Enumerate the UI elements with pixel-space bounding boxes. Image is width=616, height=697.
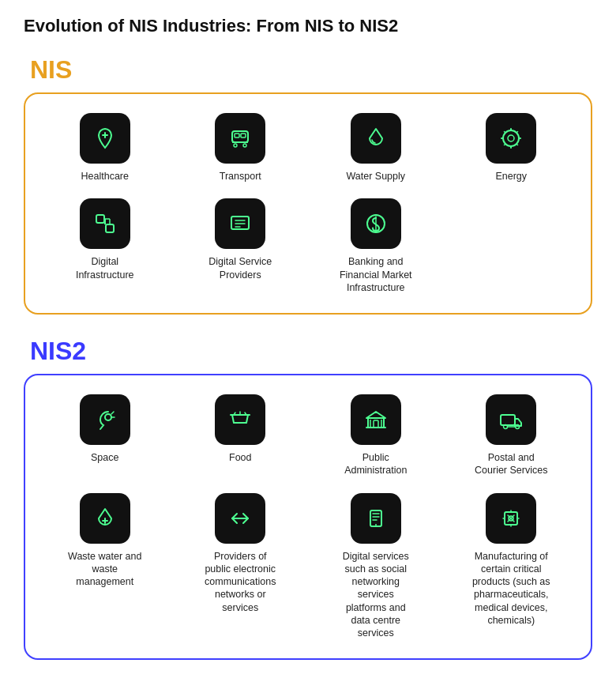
nis2-grid: Space Food bbox=[41, 394, 575, 639]
wastewater-label: Waste water and waste management bbox=[66, 550, 145, 589]
energy-icon bbox=[497, 124, 525, 153]
public-admin-icon bbox=[362, 405, 390, 434]
svg-rect-16 bbox=[96, 215, 104, 223]
svg-line-14 bbox=[516, 132, 518, 134]
energy-icon-box bbox=[486, 113, 536, 164]
svg-line-15 bbox=[505, 144, 506, 145]
svg-rect-2 bbox=[241, 134, 246, 138]
water-icon bbox=[362, 124, 390, 153]
public-electronic-icon-box bbox=[215, 493, 265, 544]
digital-service-providers-icon bbox=[226, 209, 254, 238]
svg-point-5 bbox=[243, 144, 246, 147]
healthcare-icon bbox=[91, 124, 119, 153]
digital-services-label: Digital services such as social networki… bbox=[336, 550, 415, 640]
nis2-item-public-admin: Public Administration bbox=[312, 394, 440, 477]
dsp-icon-box bbox=[215, 198, 265, 249]
svg-point-26 bbox=[105, 414, 111, 420]
nis-section: NIS Healthcare bbox=[24, 55, 592, 315]
digital-services-icon-box bbox=[351, 493, 401, 544]
nis-label: NIS bbox=[24, 55, 592, 85]
nis-item-energy: Energy bbox=[448, 113, 576, 183]
nis-item-water: Water Supply bbox=[312, 113, 440, 183]
nis2-item-food: Food bbox=[177, 394, 305, 477]
postal-icon bbox=[497, 405, 525, 434]
food-icon bbox=[226, 405, 254, 434]
wastewater-icon bbox=[91, 504, 119, 533]
digital-infra-label: Digital Infrastructure bbox=[66, 255, 145, 281]
svg-point-4 bbox=[234, 144, 237, 147]
manufacturing-label: Manufacturing of certain critical produc… bbox=[471, 550, 550, 627]
nis-item-dsp: Digital Service Providers bbox=[177, 198, 305, 294]
svg-point-45 bbox=[375, 524, 377, 526]
nis-box: Healthcare Transport bbox=[24, 92, 592, 315]
banking-icon-box bbox=[351, 198, 401, 249]
transport-icon bbox=[226, 124, 254, 153]
nis2-section: NIS2 Space bbox=[24, 337, 592, 660]
public-electronic-label: Providers of public electronic communica… bbox=[201, 550, 280, 614]
water-icon-box bbox=[351, 113, 401, 164]
digital-infra-icon-box bbox=[80, 198, 130, 249]
transport-icon-box bbox=[215, 113, 265, 164]
nis2-item-public-electronic: Providers of public electronic communica… bbox=[177, 493, 305, 640]
svg-line-13 bbox=[516, 144, 518, 145]
healthcare-icon-box bbox=[80, 113, 130, 164]
nis2-item-postal: Postal and Courier Services bbox=[448, 394, 576, 477]
public-admin-icon-box bbox=[351, 394, 401, 445]
svg-line-12 bbox=[505, 132, 506, 134]
transport-label: Transport bbox=[220, 170, 261, 183]
nis2-box: Space Food bbox=[24, 374, 592, 660]
dsp-label: Digital Service Providers bbox=[201, 255, 280, 281]
svg-point-37 bbox=[504, 425, 508, 429]
svg-rect-33 bbox=[374, 420, 378, 428]
banking-icon bbox=[362, 209, 390, 238]
svg-point-7 bbox=[508, 135, 514, 141]
digital-services-icon bbox=[362, 504, 390, 533]
public-admin-label: Public Administration bbox=[336, 451, 415, 477]
page-title: Evolution of NIS Industries: From NIS to… bbox=[24, 16, 592, 36]
svg-rect-17 bbox=[106, 224, 114, 232]
nis-grid: Healthcare Transport bbox=[41, 113, 575, 294]
nis-item-healthcare: Healthcare bbox=[41, 113, 169, 183]
water-label: Water Supply bbox=[346, 170, 405, 183]
svg-line-27 bbox=[111, 412, 114, 414]
public-electronic-icon bbox=[226, 504, 254, 533]
nis-item-banking: Banking and Financial Market Infrastruct… bbox=[312, 198, 440, 294]
banking-label: Banking and Financial Market Infrastruct… bbox=[336, 255, 415, 294]
nis2-item-wastewater: Waste water and waste management bbox=[41, 493, 169, 640]
energy-label: Energy bbox=[495, 170, 527, 183]
manufacturing-icon-box bbox=[486, 493, 536, 544]
svg-rect-1 bbox=[235, 134, 239, 138]
nis2-item-space: Space bbox=[41, 394, 169, 477]
digital-infrastructure-icon bbox=[91, 209, 119, 238]
space-icon-box bbox=[80, 394, 130, 445]
wastewater-icon-box bbox=[80, 493, 130, 544]
healthcare-label: Healthcare bbox=[81, 170, 129, 183]
space-label: Space bbox=[91, 451, 118, 464]
nis-item-transport: Transport bbox=[177, 113, 305, 183]
food-icon-box bbox=[215, 394, 265, 445]
food-label: Food bbox=[229, 451, 252, 464]
postal-icon-box bbox=[486, 394, 536, 445]
svg-rect-36 bbox=[501, 415, 515, 425]
nis2-item-digital-services: Digital services such as social networki… bbox=[312, 493, 440, 640]
space-icon bbox=[91, 405, 119, 434]
manufacturing-icon bbox=[497, 504, 525, 533]
nis-item-digital-infra: Digital Infrastructure bbox=[41, 198, 169, 294]
nis2-label: NIS2 bbox=[24, 337, 592, 366]
postal-label: Postal and Courier Services bbox=[471, 451, 550, 477]
nis2-item-manufacturing: Manufacturing of certain critical produc… bbox=[448, 493, 576, 640]
